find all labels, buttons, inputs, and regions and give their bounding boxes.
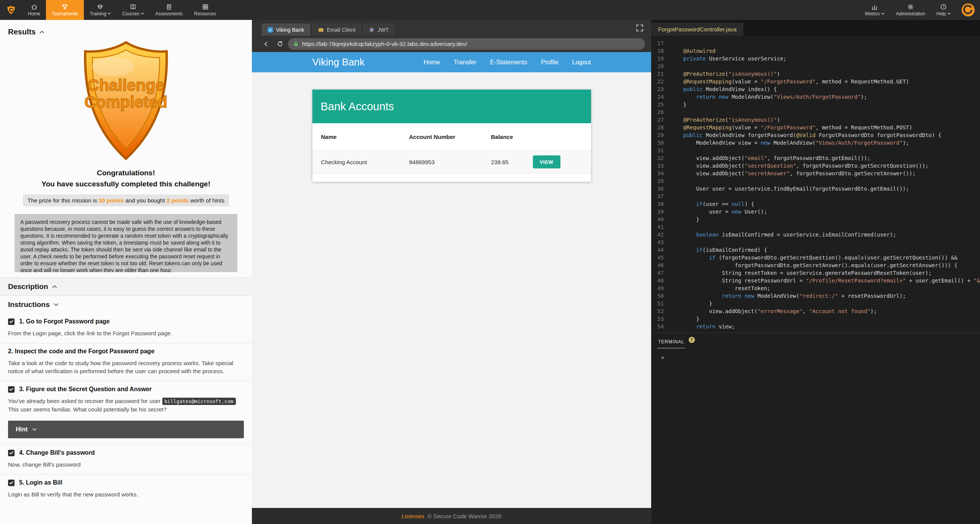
tab-label: JWT — [377, 27, 389, 33]
scw-logo[interactable] — [0, 0, 22, 20]
prize-hint-points: 2 points — [167, 197, 189, 204]
instructions-label: Instructions — [8, 300, 50, 309]
site-nav-logout[interactable]: Logout — [572, 59, 591, 66]
copyright-text: © Secure Code Warrior 2020 — [428, 513, 501, 519]
explanation-box[interactable]: A password recovery process cannot be ma… — [15, 214, 237, 272]
site-viewport: Viking Bank Home Transfer E-Statements P… — [252, 52, 651, 508]
code-line: 30 ModelAndView view = new ModelAndView(… — [651, 139, 980, 147]
instruction-step-2: 2. Inspect the code and the Forgot Passw… — [0, 343, 252, 381]
results-header[interactable]: Results — [0, 20, 252, 38]
site-nav-profile[interactable]: Profile — [541, 59, 558, 66]
nav-label: Tournaments — [52, 11, 78, 16]
congrats-title: Congratulations! — [0, 169, 252, 177]
col-balance: Balance — [491, 134, 533, 140]
nav-item-courses[interactable]: Courses — [116, 0, 150, 20]
fullscreen-button[interactable] — [636, 24, 644, 32]
browser-tab-jwt[interactable]: JWT — [363, 24, 394, 36]
browser-tab-viking-bank[interactable]: V Viking Bank — [262, 24, 310, 36]
step4-checkbox[interactable] — [8, 450, 15, 456]
prize-text: The prize for this mission is 30 points … — [23, 194, 229, 206]
address-bar[interactable]: https://lab-78qrejorkdcqclakzyph-0-vb-32… — [288, 38, 645, 50]
card-footer-pad — [312, 174, 591, 182]
tab-label: Email Client — [327, 27, 356, 33]
results-header-label: Results — [8, 28, 36, 36]
account-balance: 239.65 — [491, 159, 533, 165]
home-icon — [31, 4, 38, 10]
code-line: 32 view.addObject("email", forgotPasswor… — [651, 154, 980, 162]
code-line: 38 if(user == null) { — [651, 200, 980, 208]
terminal-help-icon[interactable]: ? — [689, 337, 695, 343]
hint-label: Hint — [16, 426, 28, 433]
site-brand[interactable]: Viking Bank — [312, 56, 365, 68]
code-line: 48 String resetPasswordUrl = "/Profile/R… — [651, 277, 980, 284]
site-nav-home[interactable]: Home — [424, 59, 440, 66]
scw-logo-icon — [6, 5, 16, 15]
prize-mid: and you bought — [124, 197, 167, 204]
terminal-input-area[interactable]: > — [651, 349, 980, 524]
site-header: Viking Bank Home Transfer E-Statements P… — [252, 52, 651, 72]
site-nav-transfer[interactable]: Transfer — [454, 59, 476, 66]
training-icon — [97, 4, 103, 10]
step-description: You've already been asked to recover the… — [8, 397, 244, 413]
browser-tab-email-client[interactable]: Email Client — [312, 24, 361, 36]
caret-down-icon — [947, 13, 951, 15]
nav-item-resources[interactable]: Resources — [188, 0, 222, 20]
terminal-tab[interactable]: TERMINAL — [657, 334, 685, 348]
badge-text-line2: Completed — [84, 93, 167, 111]
code-line: 18 @Autowired — [651, 47, 980, 55]
step3-desc-pre: You've already been asked to recover the… — [8, 398, 162, 404]
code-line: 43 — [651, 238, 980, 246]
refresh-button[interactable] — [274, 38, 286, 50]
step-description: From the Login page, click the link to t… — [8, 329, 244, 337]
assessments-icon — [166, 4, 172, 10]
nav-item-administration[interactable]: Administration — [890, 0, 931, 20]
code-line: 41 — [651, 223, 980, 231]
back-icon — [263, 41, 269, 47]
scw-corner-logo[interactable] — [956, 0, 980, 20]
nav-label: Administration — [896, 11, 925, 16]
chevron-down-icon — [32, 428, 37, 431]
code-line: 26 — [651, 108, 980, 116]
hint-toggle[interactable]: Hint — [8, 421, 244, 438]
step1-checkbox[interactable] — [8, 318, 15, 325]
code-line: 19 private UserService userService; — [651, 55, 980, 62]
nav-item-training[interactable]: Training — [84, 0, 116, 20]
description-label: Description — [8, 282, 48, 291]
step-title: 4. Change Bill's password — [19, 449, 95, 456]
nav-item-tournaments[interactable]: Tournaments — [46, 0, 84, 20]
col-name: Name — [321, 134, 409, 140]
col-account-number: Account Number — [409, 134, 491, 140]
code-line: 51 } — [651, 300, 980, 307]
resources-icon — [202, 4, 209, 10]
code-line: 28 @RequestMapping(value = "/ForgotPassw… — [651, 124, 980, 131]
editor-tab-forgotpasswordcontroller[interactable]: ForgotPasswordController.java — [651, 23, 743, 36]
instruction-step-4: 4. Change Bill's password Now, change Bi… — [0, 445, 252, 474]
nav-item-home[interactable]: Home — [22, 0, 46, 20]
top-navigation: Home Tournaments Training Courses Assess… — [0, 0, 980, 20]
code-line: 54 return view; — [651, 323, 980, 330]
code-area[interactable]: 1718 @Autowired19 private UserService us… — [651, 36, 980, 333]
view-account-button[interactable]: VIEW — [533, 155, 560, 168]
code-line: 50 return new ModelAndView("redirect:/" … — [651, 292, 980, 300]
nav-label: Training — [90, 11, 106, 16]
nav-item-help[interactable]: ? Help — [931, 0, 956, 20]
step5-checkbox[interactable] — [8, 480, 15, 486]
code-line: 37 — [651, 193, 980, 200]
caret-down-icon — [141, 13, 144, 15]
metrics-icon — [871, 4, 878, 10]
nav-item-metrics[interactable]: Metrics — [859, 0, 890, 20]
code-line: 25 } — [651, 101, 980, 108]
back-button[interactable] — [260, 38, 272, 50]
lab-browser: V Viking Bank Email Client JWT — [252, 20, 651, 524]
instructions-section-header[interactable]: Instructions — [0, 296, 252, 313]
site-nav-estatements[interactable]: E-Statements — [490, 59, 527, 66]
step3-checkbox[interactable] — [8, 386, 15, 393]
account-number: 94869953 — [409, 159, 491, 165]
nav-label: Home — [28, 11, 40, 16]
app-root: Home Tournaments Training Courses Assess… — [0, 0, 980, 524]
description-section-header[interactable]: Description — [0, 278, 252, 296]
licenses-link[interactable]: Licenses — [402, 513, 424, 519]
code-line: 24 return new ModelAndView("Views/Auth/F… — [651, 93, 980, 101]
nav-item-assessments[interactable]: Assessments — [150, 0, 188, 20]
challenge-badge: Challenge Completed — [0, 39, 252, 163]
